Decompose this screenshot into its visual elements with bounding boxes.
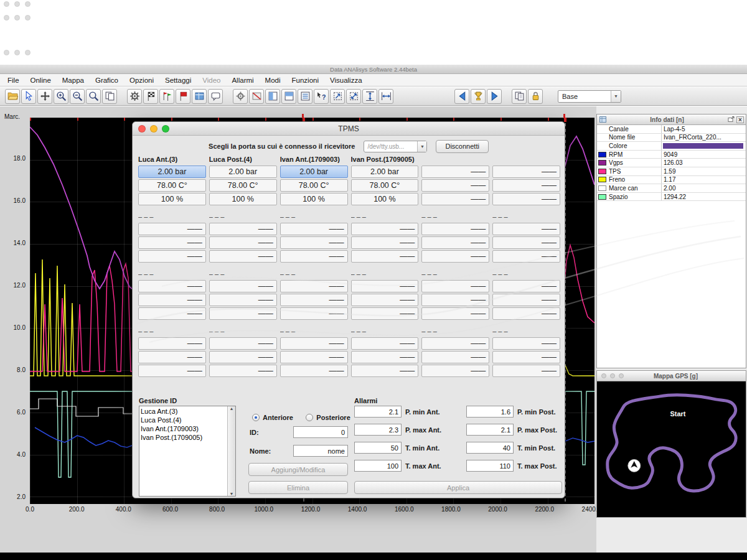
preset-select[interactable]: Base ▼ xyxy=(558,90,621,103)
menu-item[interactable]: Opzioni xyxy=(124,77,159,84)
menu-item[interactable]: Funzioni xyxy=(286,77,324,84)
sensor-temperature-cell[interactable]: —— xyxy=(351,351,419,363)
channel-row[interactable]: TPS 1.59 xyxy=(597,167,746,176)
sensor-battery-cell[interactable]: —— xyxy=(280,250,348,263)
sensor-temperature-cell[interactable]: —— xyxy=(492,179,560,192)
align-list-button[interactable] xyxy=(298,89,312,104)
scroll-down-icon[interactable]: ▼ xyxy=(230,492,234,496)
info-panel-header[interactable]: Info dati [n] × xyxy=(597,114,746,125)
sensor-battery-cell[interactable]: —— xyxy=(209,250,277,263)
posteriore-radio[interactable] xyxy=(306,414,313,421)
sensor-temperature-cell[interactable]: —— xyxy=(492,236,560,249)
sensor-temperature-cell[interactable]: —— xyxy=(209,351,277,363)
sensor-battery-cell[interactable]: —— xyxy=(421,193,489,205)
sensor-temperature-cell[interactable]: 78.00 C° xyxy=(209,179,277,192)
finish-flag-button[interactable] xyxy=(143,89,158,104)
sensor-temperature-cell[interactable]: —— xyxy=(421,179,489,192)
sensor-pressure-cell[interactable]: —— xyxy=(351,280,419,292)
sensor-pressure-cell[interactable]: —— xyxy=(209,337,277,350)
tpms-dialog-titlebar[interactable]: TPMS xyxy=(133,122,565,136)
sensor-pressure-cell[interactable]: 2.00 bar xyxy=(138,166,206,178)
channel-row[interactable]: Freno 1.17 xyxy=(597,176,746,185)
sensor-battery-cell[interactable]: —— xyxy=(280,307,348,320)
sensor-temperature-cell[interactable]: —— xyxy=(280,294,348,306)
split-vertical-button[interactable] xyxy=(265,89,280,104)
alarm-value-field[interactable]: 40 xyxy=(466,442,514,454)
menu-item[interactable]: File xyxy=(2,77,25,84)
sensor-pressure-cell[interactable]: —— xyxy=(492,337,560,350)
channel-row[interactable]: RPM 9049 xyxy=(597,151,746,159)
alarm-value-field[interactable]: 2.1 xyxy=(466,424,514,436)
sensor-pressure-cell[interactable]: —— xyxy=(421,166,489,178)
channel-row[interactable]: Vgps 126.03 xyxy=(597,159,746,167)
menu-item[interactable]: Modi xyxy=(260,77,286,84)
gps-map[interactable]: Start xyxy=(597,381,746,517)
sensor-battery-cell[interactable]: —— xyxy=(421,307,489,320)
sensor-pressure-cell[interactable]: —— xyxy=(421,223,489,235)
start-stop-flags-button[interactable] xyxy=(159,89,174,104)
sensor-battery-cell[interactable]: —— xyxy=(138,307,206,320)
alarm-value-field[interactable]: 100 xyxy=(354,460,402,472)
sensor-temperature-cell[interactable]: —— xyxy=(138,236,206,249)
sensor-pressure-cell[interactable]: —— xyxy=(138,280,206,292)
sensor-temperature-cell[interactable]: —— xyxy=(421,351,489,363)
sensor-pressure-cell[interactable]: —— xyxy=(351,337,419,350)
anteriore-radio[interactable] xyxy=(252,414,260,421)
list-item[interactable]: Luca Post.(4) xyxy=(141,416,227,424)
sensor-pressure-cell[interactable]: 2.00 bar xyxy=(351,166,419,178)
sensor-temperature-cell[interactable]: —— xyxy=(138,351,206,363)
expand-selection-button[interactable] xyxy=(330,89,345,104)
channel-row[interactable]: Colore xyxy=(597,142,746,151)
sensor-temperature-cell[interactable]: —— xyxy=(351,294,419,306)
red-flag-button[interactable] xyxy=(176,89,190,104)
open-folder-button[interactable] xyxy=(5,89,20,104)
channel-row[interactable]: Marce can 2.00 xyxy=(597,184,746,193)
menu-item[interactable]: Grafico xyxy=(90,77,124,84)
menu-item[interactable]: Visualizza xyxy=(324,77,368,84)
id-field[interactable]: 0 xyxy=(293,426,348,438)
channel-gear-button[interactable] xyxy=(233,89,248,104)
sensor-temperature-cell[interactable]: —— xyxy=(280,351,348,363)
fit-vertical-button[interactable] xyxy=(362,89,377,104)
sensor-temperature-cell[interactable]: —— xyxy=(209,236,277,249)
sensor-battery-cell[interactable]: —— xyxy=(138,250,206,263)
channel-row[interactable]: Nome file Ivan_FRCorta_220... xyxy=(597,134,746,142)
undock-icon[interactable] xyxy=(727,116,735,123)
zoom-traffic-light[interactable] xyxy=(162,125,169,133)
sensor-battery-cell[interactable]: —— xyxy=(492,365,560,377)
sensor-pressure-cell[interactable]: —— xyxy=(280,280,348,292)
channel-row[interactable]: Spazio 1294.22 xyxy=(597,193,746,202)
sensor-pressure-cell[interactable]: —— xyxy=(280,223,348,235)
elimina-button[interactable]: Elimina xyxy=(248,481,348,494)
disconnect-button[interactable]: Disconnetti xyxy=(436,140,488,153)
alarm-value-field[interactable]: 110 xyxy=(466,460,514,472)
sensor-pressure-cell[interactable]: —— xyxy=(138,223,206,235)
applica-button[interactable]: Applica xyxy=(354,481,562,494)
sensor-pressure-cell[interactable]: —— xyxy=(421,337,489,350)
copy-pages-button[interactable] xyxy=(512,89,527,104)
sensor-temperature-cell[interactable]: —— xyxy=(209,294,277,306)
sensor-pressure-cell[interactable]: —— xyxy=(492,166,560,178)
alarm-value-field[interactable]: 2.1 xyxy=(354,406,402,418)
previous-lap-button[interactable] xyxy=(454,89,469,104)
duplicate-button[interactable] xyxy=(102,89,117,104)
sensor-pressure-cell[interactable]: —— xyxy=(421,280,489,292)
select-cursor-button[interactable] xyxy=(21,89,36,104)
aggiungi-modifica-button[interactable]: Aggiungi/Modifica xyxy=(248,463,348,476)
sensor-battery-cell[interactable]: 100 % xyxy=(209,193,277,205)
sensor-temperature-cell[interactable]: —— xyxy=(421,236,489,249)
sensor-temperature-cell[interactable]: 78.00 C° xyxy=(351,179,419,192)
sensor-battery-cell[interactable]: —— xyxy=(351,250,419,263)
gps-panel-header[interactable]: Mappa GPS [g] xyxy=(597,371,746,381)
sensor-pressure-cell[interactable]: —— xyxy=(492,280,560,292)
nome-field[interactable]: nome xyxy=(293,445,348,457)
list-scrollbar[interactable]: ▲▼ xyxy=(227,406,235,496)
sensor-battery-cell[interactable]: —— xyxy=(209,365,277,377)
close-traffic-light[interactable] xyxy=(138,125,146,133)
sensor-battery-cell[interactable]: 100 % xyxy=(280,193,348,205)
sensor-temperature-cell[interactable]: —— xyxy=(138,294,206,306)
comment-button[interactable] xyxy=(208,89,223,104)
minimize-traffic-light[interactable] xyxy=(150,125,157,133)
settings-gear-button[interactable] xyxy=(127,89,142,104)
hide-grid-button[interactable] xyxy=(249,89,264,104)
